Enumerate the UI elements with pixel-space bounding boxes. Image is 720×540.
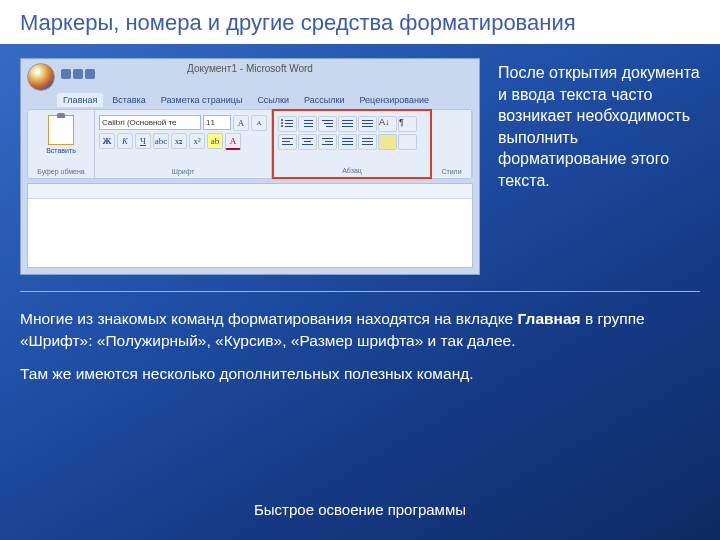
ribbon: Вставить Буфер обмена Calibri (Основной … (27, 109, 473, 179)
paragraph-2: Там же имеются несколько дополнительных … (0, 357, 720, 391)
font-color-button[interactable]: A (225, 133, 241, 150)
paragraph-1: Многие из знакомых команд форматирования… (0, 302, 720, 357)
subscript-button[interactable]: x₂ (171, 133, 187, 149)
footer-text: Быстрое освоение программы (0, 501, 720, 518)
slide: Маркеры, номера и другие средства формат… (0, 0, 720, 540)
paragraph-group-label: Абзац (278, 167, 426, 174)
numbering-button[interactable] (298, 116, 317, 132)
clipboard-icon[interactable] (48, 115, 74, 145)
font-size-select[interactable]: 11 (203, 115, 231, 130)
p1-a: Многие из знакомых команд форматирования… (20, 310, 518, 327)
styles-group-label: Стили (436, 168, 467, 175)
tab-insert[interactable]: Вставка (106, 93, 151, 107)
document-area[interactable] (27, 183, 473, 268)
borders-button[interactable] (398, 134, 417, 150)
styles-group: Стили (432, 110, 472, 178)
tab-layout[interactable]: Разметка страницы (155, 93, 249, 107)
bullets-button[interactable] (278, 116, 297, 132)
doc-name: Документ1 (187, 63, 237, 74)
ruler (28, 184, 472, 199)
line-spacing-button[interactable] (358, 134, 377, 150)
font-group: Calibri (Основной те 11 A A Ж К Ч abc x₂… (95, 110, 272, 178)
decrease-indent-button[interactable] (338, 116, 357, 132)
slide-title: Маркеры, номера и другие средства формат… (0, 0, 720, 44)
highlight-button[interactable]: ab (207, 133, 223, 149)
align-left-button[interactable] (278, 134, 297, 150)
window-title: Документ1 - Microsoft Word (21, 63, 479, 74)
multilevel-button[interactable] (318, 116, 337, 132)
superscript-button[interactable]: x² (189, 133, 205, 149)
grow-font-button[interactable]: A (233, 115, 249, 131)
paste-label: Вставить (32, 147, 90, 154)
separator (20, 291, 700, 292)
tab-home[interactable]: Главная (57, 93, 103, 107)
ribbon-tabs: Главная Вставка Разметка страницы Ссылки… (57, 93, 435, 107)
increase-indent-button[interactable] (358, 116, 377, 132)
paragraph-group: A↓ ¶ Абзац (272, 109, 432, 179)
shrink-font-button[interactable]: A (251, 115, 267, 131)
side-text: После открытия документа и ввода текста … (498, 58, 700, 275)
sort-button[interactable]: A↓ (378, 116, 397, 132)
align-center-button[interactable] (298, 134, 317, 150)
font-name-select[interactable]: Calibri (Основной те (99, 115, 201, 130)
p1-b: Главная (518, 310, 581, 327)
show-marks-button[interactable]: ¶ (398, 116, 417, 132)
italic-button[interactable]: К (117, 133, 133, 149)
bold-button[interactable]: Ж (99, 133, 115, 149)
underline-button[interactable]: Ч (135, 133, 151, 149)
clipboard-group-label: Буфер обмена (32, 168, 90, 175)
shading-button[interactable] (378, 134, 397, 150)
tab-mailings[interactable]: Рассылки (298, 93, 350, 107)
tab-references[interactable]: Ссылки (251, 93, 295, 107)
justify-button[interactable] (338, 134, 357, 150)
top-row: Документ1 - Microsoft Word Главная Встав… (0, 44, 720, 281)
strike-button[interactable]: abc (153, 133, 169, 149)
tab-review[interactable]: Рецензирование (353, 93, 435, 107)
font-group-label: Шрифт (99, 168, 267, 175)
align-right-button[interactable] (318, 134, 337, 150)
word-screenshot: Документ1 - Microsoft Word Главная Встав… (20, 58, 480, 275)
clipboard-group: Вставить Буфер обмена (28, 110, 95, 178)
app-name: Microsoft Word (246, 63, 313, 74)
